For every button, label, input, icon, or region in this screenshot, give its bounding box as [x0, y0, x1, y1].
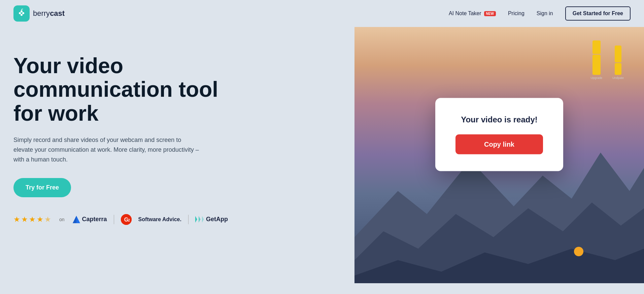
ratings-row: ★ ★ ★ ★ ★ on Capterra G: [13, 214, 242, 225]
getapp-text: GetApp: [206, 216, 228, 223]
header: berrycast AI Note Taker NEW Pricing Sign…: [0, 0, 644, 27]
icon-label-2: Undpate: [612, 76, 624, 80]
nav-signin[interactable]: Sign in: [537, 10, 553, 17]
g2-icon: G 2: [121, 214, 132, 225]
svg-marker-7: [73, 216, 76, 223]
star-1: ★: [13, 215, 20, 224]
star-rating: ★ ★ ★ ★ ★: [13, 215, 51, 224]
hero-image: Upgrade Undpate Your video is ready! Cop…: [354, 27, 644, 283]
logo[interactable]: berrycast: [13, 5, 65, 22]
hero-content: Your video communication tool for work S…: [13, 40, 242, 225]
star-5: ★: [44, 215, 51, 224]
try-free-button[interactable]: Try for Free: [13, 178, 71, 197]
star-3: ★: [29, 215, 36, 224]
yellow-icons-area: Upgrade Undpate: [590, 40, 624, 80]
hero-screenshot: Upgrade Undpate Your video is ready! Cop…: [354, 27, 644, 283]
hero-section: Your video communication tool for work S…: [0, 27, 644, 283]
star-2: ★: [21, 215, 28, 224]
video-ready-popup: Your video is ready! Copy link: [435, 98, 563, 171]
separator-1: [114, 215, 114, 224]
new-badge: NEW: [484, 11, 496, 16]
hero-subtitle: Simply record and share videos of your w…: [13, 135, 202, 164]
separator-2: [188, 215, 189, 224]
copy-link-button[interactable]: Copy link: [455, 135, 543, 154]
getapp-logo: GetApp: [195, 216, 228, 223]
icon-label-1: Upgrade: [590, 76, 602, 80]
g2-badge: G 2: [121, 214, 132, 225]
popup-title: Your video is ready!: [455, 115, 543, 124]
on-text: on: [59, 217, 65, 222]
arrow-2: [199, 216, 201, 223]
navigation: AI Note Taker NEW Pricing Sign in Get St…: [449, 6, 631, 21]
star-4: ★: [37, 215, 43, 224]
yellow-icon-1: Upgrade: [590, 40, 602, 80]
svg-text:2: 2: [128, 218, 130, 222]
svg-point-4: [21, 10, 22, 11]
capterra-text: Capterra: [82, 216, 107, 223]
svg-point-0: [21, 10, 23, 12]
svg-point-1: [19, 12, 21, 14]
logo-text: berrycast: [33, 9, 65, 18]
svg-point-2: [22, 12, 24, 14]
yellow-rect-1: [592, 40, 601, 54]
yellow-rect-3: [615, 46, 621, 62]
hero-title: Your video communication tool for work: [13, 54, 242, 125]
yellow-rect-2: [592, 55, 601, 75]
nav-ai-note-taker[interactable]: AI Note Taker NEW: [449, 10, 496, 17]
nav-pricing[interactable]: Pricing: [508, 10, 524, 17]
capterra-icon: [73, 216, 80, 223]
svg-point-3: [21, 14, 23, 16]
yellow-rect-4: [615, 63, 621, 75]
mountain-background: Upgrade Undpate Your video is ready! Cop…: [354, 27, 644, 283]
grape-icon: [17, 9, 26, 18]
svg-line-5: [22, 9, 23, 9]
getapp-arrows-icon: [195, 216, 205, 223]
get-started-button[interactable]: Get Started for Free: [565, 6, 631, 21]
orange-dot: [574, 247, 583, 256]
yellow-icon-2: Undpate: [612, 46, 624, 80]
capterra-logo: Capterra: [73, 216, 107, 223]
software-advice-label: Software Advice.: [138, 216, 181, 223]
logo-icon: [13, 5, 30, 22]
arrow-3: [202, 216, 205, 223]
arrow-1: [195, 216, 198, 223]
